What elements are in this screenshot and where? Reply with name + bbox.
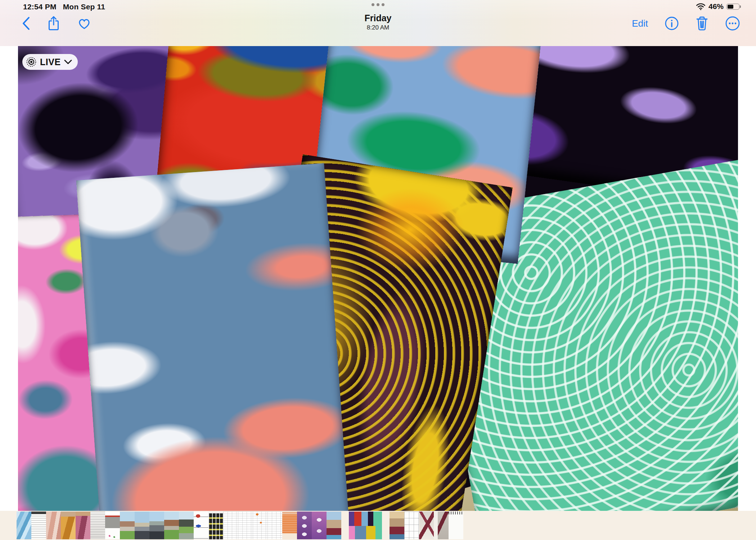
battery-icon <box>726 4 739 10</box>
battery-percent: 46% <box>708 2 724 11</box>
thumbnail-spreadsheet[interactable] <box>238 512 253 539</box>
thumbnail-fabric-blue[interactable] <box>17 512 31 539</box>
thumbnail-strip[interactable] <box>0 511 756 540</box>
thumbnail-calendar-dark[interactable] <box>208 512 223 539</box>
edit-button[interactable]: Edit <box>632 18 648 29</box>
thumbnail-fabric-pink[interactable] <box>46 512 61 539</box>
thumbnail-shirt-lt2[interactable] <box>434 512 449 539</box>
more-options-icon[interactable] <box>725 16 740 31</box>
header-bar: 12:54 PMMon Sep 11 46% <box>0 0 756 46</box>
info-icon[interactable] <box>665 16 679 31</box>
chevron-down-icon <box>64 59 72 64</box>
status-date: Mon Sep 11 <box>63 3 105 11</box>
thumbnail-school-front[interactable] <box>120 512 135 539</box>
thumbnail-note-card[interactable] <box>194 512 208 539</box>
thumbnail-crowd-track[interactable] <box>390 512 404 539</box>
thumbnail-calendar-white[interactable] <box>404 512 419 539</box>
thumbnail-spreadsheet[interactable] <box>223 512 238 539</box>
photo-light-glare <box>356 188 464 271</box>
live-photo-icon <box>26 57 37 67</box>
thumbnail-spreadsheet-alt[interactable] <box>253 512 267 539</box>
thumbnail-crowd-field[interactable] <box>327 512 341 539</box>
thumbnail-road-street[interactable] <box>149 512 164 539</box>
thumbnail-flyer-walk[interactable] <box>105 512 120 539</box>
thumbnail-school-dark[interactable] <box>179 512 194 539</box>
live-badge-label: LIVE <box>40 57 61 67</box>
status-time-date: 12:54 PMMon Sep 11 <box>23 3 105 11</box>
canvas-slate-coral <box>76 163 350 511</box>
thumbnail-school-building[interactable] <box>164 512 179 539</box>
thumbnail-fabric-maroon[interactable] <box>76 512 90 539</box>
thumbnail-poster-purple2[interactable] <box>312 512 327 539</box>
status-bar: 12:54 PMMon Sep 11 46% <box>0 0 756 12</box>
live-photo-badge[interactable]: LIVE <box>22 54 78 70</box>
thumbnail-flyer-orange[interactable] <box>282 512 297 539</box>
status-time: 12:54 PM <box>23 3 57 11</box>
wifi-icon <box>696 3 706 10</box>
thumbnail-document[interactable] <box>31 512 46 539</box>
thumbnail-notebook[interactable] <box>449 512 463 539</box>
thumbnail-fabric-orange[interactable] <box>61 512 76 539</box>
thumbnail-spreadsheet[interactable] <box>267 512 282 539</box>
thumbnail-receipt[interactable] <box>90 512 105 539</box>
nav-bar: Friday 8:20 AM Edit <box>0 11 756 46</box>
photo-view[interactable] <box>18 46 738 511</box>
thumbnail-poster-purple[interactable] <box>297 512 312 539</box>
thumbnail-shirt-lt[interactable] <box>419 512 434 539</box>
trash-icon[interactable] <box>696 16 708 31</box>
thumbnail-selected[interactable] <box>349 512 382 539</box>
thumbnail-road-sky[interactable] <box>135 512 149 539</box>
multitasking-dots[interactable] <box>372 3 384 6</box>
